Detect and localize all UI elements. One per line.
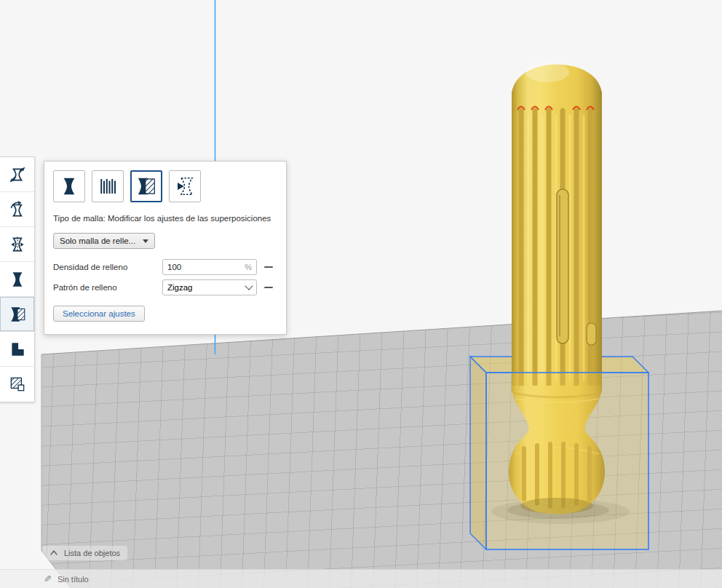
normal-model-button[interactable]: [53, 170, 85, 202]
tool-scale-button[interactable]: [0, 157, 34, 192]
modify-overlaps-button[interactable]: [130, 170, 162, 202]
tool-mirror-button[interactable]: [0, 227, 34, 262]
tool-support-blocker-button[interactable]: [0, 332, 34, 367]
infill-mesh-tool-icon: [8, 375, 27, 394]
mirror-tool-icon: [8, 235, 27, 254]
infill-density-field[interactable]: %: [162, 259, 257, 275]
tool-sidebar: [0, 156, 35, 402]
mesh-type-dropdown-value: Solo malla de relle...: [60, 237, 135, 245]
per-model-settings-panel: Tipo de malla: Modificar los ajustes de …: [44, 161, 287, 335]
tool-infill-mesh-button[interactable]: [0, 367, 34, 402]
normal-model-icon: [58, 175, 80, 197]
infill-pattern-select[interactable]: Zigzag: [162, 279, 257, 295]
scale-tool-icon: [8, 165, 27, 184]
tool-normal-model-button[interactable]: [0, 262, 34, 297]
object-list-toggle[interactable]: Lista de objetos: [42, 546, 127, 560]
expand-object-list-icon: [49, 549, 58, 557]
chevron-down-icon: [245, 282, 253, 290]
mesh-type-buttons: [53, 170, 277, 202]
selection-box-front: [486, 373, 648, 549]
infill-pattern-value: Zigzag: [167, 283, 193, 292]
infill-pattern-row: Patrón de relleno Zigzag: [53, 279, 277, 295]
no-support-overlaps-icon: [174, 175, 196, 197]
normal-model-tool-icon: [8, 270, 27, 289]
mesh-type-tool-icon: [8, 305, 27, 324]
mesh-type-description: Tipo de malla: Modificar los ajustes de …: [53, 214, 277, 223]
pencil-icon[interactable]: ✎: [44, 573, 52, 584]
tool-rotate-button[interactable]: [0, 192, 34, 227]
no-support-overlaps-button[interactable]: [169, 170, 201, 202]
remove-pattern-setting-button[interactable]: [264, 282, 274, 293]
tool-mesh-type-button[interactable]: [0, 297, 34, 332]
select-settings-button[interactable]: Seleccionar ajustes: [53, 306, 145, 322]
print-as-support-icon: [97, 175, 119, 197]
cura-window: Tipo de malla: Modificar los ajustes de …: [0, 0, 722, 588]
project-name-bar: ✎ Sin título: [0, 569, 722, 588]
minus-icon: [264, 287, 273, 288]
support-blocker-tool-icon: [8, 340, 27, 359]
print-as-support-button[interactable]: [92, 170, 124, 202]
rotate-tool-icon: [8, 200, 27, 219]
object-list-label: Lista de objetos: [64, 549, 120, 557]
dropdown-caret-icon: [143, 239, 148, 243]
infill-density-input[interactable]: [167, 263, 231, 271]
model-slot: [557, 189, 568, 343]
infill-density-unit: %: [245, 263, 252, 271]
project-name[interactable]: Sin título: [57, 575, 89, 584]
minus-icon: [264, 266, 273, 268]
model-notch: [587, 323, 596, 345]
modify-overlaps-icon: [135, 175, 157, 197]
infill-pattern-label: Patrón de relleno: [53, 283, 162, 292]
mesh-type-dropdown[interactable]: Solo malla de relle...: [53, 233, 155, 249]
remove-density-setting-button[interactable]: [264, 262, 274, 272]
infill-density-label: Densidad de relleno: [53, 263, 162, 271]
infill-density-row: Densidad de relleno %: [53, 259, 277, 275]
